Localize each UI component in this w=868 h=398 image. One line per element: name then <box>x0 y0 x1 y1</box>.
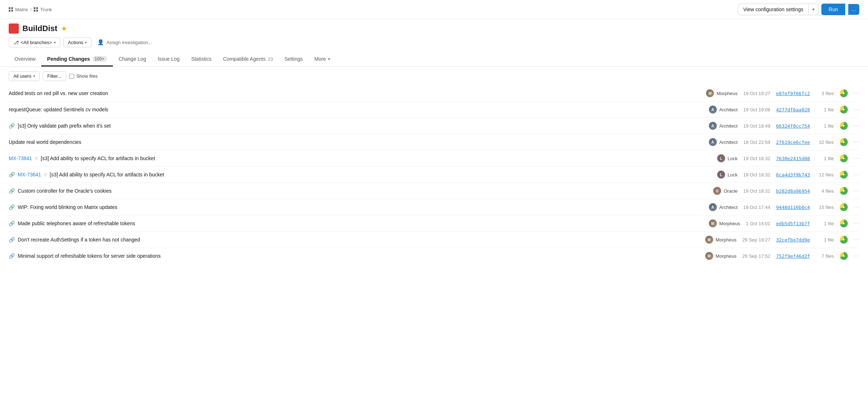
more-options-button[interactable]: ··· <box>854 90 859 97</box>
run-more-button[interactable]: ... <box>848 4 859 15</box>
tab-compatible-agents-label: Compatible Agents <box>223 56 266 62</box>
tab-settings[interactable]: Settings <box>279 52 309 67</box>
more-options-button[interactable]: ··· <box>854 106 859 113</box>
assign-investigation-button[interactable]: 👤 Assign investigation... <box>94 37 155 47</box>
commit-left: 🔗Custom controller for the Oracle's cook… <box>9 188 713 194</box>
commit-message: Don't recreate AuthSettings if a token h… <box>18 237 140 243</box>
star-icon[interactable]: ★ <box>61 25 67 33</box>
view-config-label[interactable]: View configuration settings <box>738 4 809 15</box>
tab-statistics[interactable]: Statistics <box>186 52 217 67</box>
commit-author: M Morpheus <box>709 219 740 227</box>
actions-button[interactable]: Actions ▾ <box>63 38 92 47</box>
tab-pending-changes[interactable]: Pending Changes 100+ <box>41 52 112 67</box>
run-build-icon[interactable] <box>840 219 848 227</box>
avatar-img: M <box>709 219 717 227</box>
run-build-icon[interactable] <box>840 106 848 114</box>
run-build-icon[interactable] <box>840 203 848 211</box>
show-files-label-text: Show files <box>76 73 98 79</box>
branch-selector[interactable]: ⎇ <All branches> ▾ <box>9 38 60 47</box>
commit-files: 3 files <box>816 91 834 96</box>
commit-row: Added tests on red pill vs. new user cre… <box>9 85 859 102</box>
avatar-img: M <box>705 252 713 260</box>
more-options-button[interactable]: ··· <box>854 155 859 162</box>
mx-id-link[interactable]: MX-73641 <box>18 172 41 177</box>
breadcrumb: Matrix / Trunk <box>9 7 52 12</box>
commit-left: 🔗MX-73641▽ [s3] Add ability to specify A… <box>9 172 717 177</box>
commit-files: 15 files <box>816 205 834 210</box>
more-options-button[interactable]: ··· <box>854 123 859 129</box>
breadcrumb-matrix[interactable]: Matrix <box>15 7 28 12</box>
commit-author: M Morpheus <box>705 252 737 260</box>
more-options-button[interactable]: ··· <box>854 220 859 227</box>
tab-change-log[interactable]: Change Log <box>113 52 152 67</box>
branch-icon: ⎇ <box>13 40 19 45</box>
commit-files: 7 files <box>816 253 834 259</box>
run-button[interactable]: Run <box>821 4 845 15</box>
mx-chevron-icon[interactable]: ▽ <box>35 157 38 161</box>
commit-hash[interactable]: 6ca4d3f9b743 <box>776 172 810 177</box>
commit-hash[interactable]: 752f9ef46d2f <box>776 253 810 259</box>
tab-pending-changes-label: Pending Changes <box>47 56 90 62</box>
run-build-icon[interactable] <box>840 171 848 179</box>
tab-issue-log[interactable]: Issue Log <box>152 52 186 67</box>
commit-right: A Architect 19 Oct 18:49 66324f0cc754 1 … <box>709 122 859 130</box>
commit-author: O Oracle <box>713 187 737 195</box>
breadcrumb-trunk[interactable]: Trunk <box>40 7 52 12</box>
mx-chevron-icon[interactable]: ▽ <box>44 173 47 177</box>
avatar: M <box>705 252 713 260</box>
commit-hash[interactable]: 66324f0cc754 <box>776 123 810 129</box>
tab-overview[interactable]: Overview <box>9 52 41 67</box>
more-options-button[interactable]: ··· <box>854 253 859 259</box>
commit-link-icon: 🔗 <box>9 221 15 226</box>
commit-hash[interactable]: e87ef9f66fc2 <box>776 91 810 96</box>
author-name: Lock <box>728 156 737 161</box>
commit-date: 29 Sep 17:52 <box>742 253 770 259</box>
commit-left: MX-73641▽ [s3] Add ability to specify AC… <box>9 155 717 161</box>
tab-statistics-label: Statistics <box>191 56 212 62</box>
run-build-icon[interactable] <box>840 154 848 162</box>
more-options-button[interactable]: ··· <box>854 139 859 145</box>
matrix-grid-icon <box>9 7 13 12</box>
commit-hash[interactable]: 42f7df6aa028 <box>776 107 810 112</box>
tab-compatible-agents[interactable]: Compatible Agents 23 <box>217 52 279 67</box>
show-files-checkbox[interactable] <box>69 74 74 79</box>
run-build-icon[interactable] <box>840 236 848 244</box>
commit-message: Made public telephones aware of refresha… <box>18 221 135 226</box>
author-name: Oracle <box>724 188 737 194</box>
run-build-icon[interactable] <box>840 122 848 130</box>
avatar: A <box>709 203 717 211</box>
commit-link-icon: 🔗 <box>9 253 15 259</box>
commit-hash[interactable]: edb5d5f13b7f <box>776 221 810 226</box>
all-users-button[interactable]: All users ▾ <box>9 71 40 81</box>
commit-hash[interactable]: 2f619ce6cfee <box>776 140 810 145</box>
tab-settings-label: Settings <box>285 56 303 62</box>
mx-id-link[interactable]: MX-73641 <box>9 155 32 161</box>
run-build-icon[interactable] <box>840 252 848 260</box>
commit-hash[interactable]: 32cefbe7dd9e <box>776 237 810 243</box>
commit-hash[interactable]: 7630e2415d08 <box>776 156 810 161</box>
commit-date: 19 Oct 18:32 <box>743 156 770 161</box>
view-config-button[interactable]: View configuration settings ▾ <box>738 4 818 15</box>
more-options-button[interactable]: ··· <box>854 188 859 194</box>
view-config-chevron-icon[interactable]: ▾ <box>809 4 818 14</box>
tab-more[interactable]: More ▾ <box>309 52 336 67</box>
avatar-img: L <box>717 154 725 162</box>
commit-author: M Morpheus <box>706 89 737 97</box>
more-options-button[interactable]: ··· <box>854 236 859 243</box>
commit-files: 1 file <box>816 107 834 112</box>
commit-hash[interactable]: b282d8a96954 <box>776 188 810 194</box>
more-options-button[interactable]: ··· <box>854 204 859 210</box>
more-options-button[interactable]: ··· <box>854 171 859 178</box>
run-build-icon[interactable] <box>840 138 848 146</box>
commit-right: M Morpheus 1 Oct 14:01 edb5d5f13b7f 1 fi… <box>709 219 859 227</box>
run-build-icon[interactable] <box>840 187 848 195</box>
commit-row: 🔗WIP: Fixing world blinking on Matrix up… <box>9 199 859 215</box>
show-files-toggle[interactable]: Show files <box>69 73 98 79</box>
commit-hash[interactable]: 9448d116b0c4 <box>776 205 810 210</box>
author-name: Morpheus <box>716 91 737 96</box>
tab-issue-log-label: Issue Log <box>158 56 180 62</box>
filter-button[interactable]: Filter... <box>43 71 66 81</box>
header-right: View configuration settings ▾ Run ... <box>738 4 859 15</box>
commit-left: Update real world dependencies <box>9 139 709 145</box>
run-build-icon[interactable] <box>840 89 848 97</box>
